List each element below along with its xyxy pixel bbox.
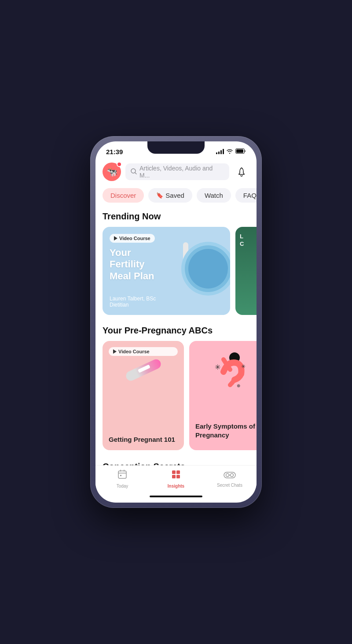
play-icon-2 xyxy=(113,349,117,354)
tabs-row: Discover 🔖 Saved Watch FAQs xyxy=(95,185,257,208)
svg-text:⊕: ⊕ xyxy=(237,383,240,388)
trending-card-side[interactable]: LC xyxy=(235,227,257,315)
person-illustration: ✳ ✳ ⊕ xyxy=(208,350,252,393)
svg-rect-9 xyxy=(172,470,176,474)
signal-icon xyxy=(216,149,224,154)
phone-screen: 21:39 xyxy=(95,141,257,503)
nav-insights-label: Insights xyxy=(168,484,184,489)
conception-heading: Conception Secrets xyxy=(95,458,257,466)
status-icons xyxy=(216,148,246,155)
trending-heading: Trending Now xyxy=(95,208,257,227)
svg-text:✳: ✳ xyxy=(215,363,220,371)
nav-insights[interactable]: Insights xyxy=(149,469,203,489)
tab-discover[interactable]: Discover xyxy=(103,188,144,203)
svg-point-14 xyxy=(226,474,229,477)
plate-illustration xyxy=(180,236,230,306)
today-icon xyxy=(117,469,128,482)
svg-text:✳: ✳ xyxy=(241,363,246,370)
logo-badge xyxy=(117,162,122,167)
trending-card-main[interactable]: Video Course YourFertilityMeal Plan Laur… xyxy=(103,227,230,315)
nav-today-label: Today xyxy=(117,484,128,489)
svg-rect-12 xyxy=(176,475,180,478)
home-indicator-wrap xyxy=(95,496,257,503)
tab-discover-label: Discover xyxy=(110,192,136,199)
status-time: 21:39 xyxy=(106,148,123,155)
trending-scroll: Video Course YourFertilityMeal Plan Laur… xyxy=(95,227,257,315)
side-card-text: LC xyxy=(240,233,244,248)
tab-watch-label: Watch xyxy=(205,192,223,199)
card-early-symptoms[interactable]: ✳ ✳ ⊕ Early Symptoms of Pregnancy xyxy=(189,341,257,450)
card-title-getting-pregnant: Getting Pregnant 101 xyxy=(109,400,178,444)
notification-bell[interactable] xyxy=(234,164,249,180)
tab-faqs-label: FAQs xyxy=(243,192,257,199)
card-title-early-symptoms: Early Symptoms of Pregnancy xyxy=(195,387,257,439)
wifi-icon xyxy=(226,148,233,155)
nav-secret-chats-label: Secret Chats xyxy=(217,483,242,488)
tab-faqs[interactable]: FAQs xyxy=(235,188,257,203)
card-getting-pregnant[interactable]: Video Course Getting Pregnant 101 xyxy=(103,341,184,450)
search-icon xyxy=(131,168,137,176)
tab-saved[interactable]: 🔖 Saved xyxy=(148,188,192,203)
tab-watch[interactable]: Watch xyxy=(197,188,231,203)
plate-circle xyxy=(188,249,228,289)
pre-pregnancy-cards: Video Course Getting Pregnant 101 xyxy=(95,341,257,450)
app-logo[interactable]: 🐄 xyxy=(103,163,121,181)
video-badge-getting-pregnant: Video Course xyxy=(109,347,178,356)
app-scroll-content: 🐄 Articles, Videos, Audio and M... xyxy=(95,158,257,465)
svg-rect-7 xyxy=(118,471,126,478)
phone-frame: 21:39 xyxy=(90,136,262,508)
nav-secret-chats[interactable]: Secret Chats xyxy=(203,470,257,488)
battery-icon xyxy=(235,148,246,155)
insights-icon xyxy=(171,469,181,482)
secret-chats-icon xyxy=(224,470,236,481)
fork-shape xyxy=(183,242,188,278)
trending-card-author: Lauren Talbert, BScDietitian xyxy=(110,296,156,308)
nav-today[interactable]: Today xyxy=(95,469,149,489)
bottom-nav: Today Insights xyxy=(95,465,257,496)
svg-point-15 xyxy=(231,474,234,477)
home-indicator xyxy=(150,496,202,497)
svg-rect-1 xyxy=(236,149,243,153)
section-cards-row: Video Course Getting Pregnant 101 xyxy=(103,341,249,450)
play-icon xyxy=(114,236,117,241)
pre-pregnancy-heading: Your Pre-Pregnancy ABCs xyxy=(95,322,257,341)
svg-rect-11 xyxy=(172,475,176,478)
notch xyxy=(147,141,205,154)
video-course-badge: Video Course xyxy=(110,234,155,243)
search-placeholder-text: Articles, Videos, Audio and M... xyxy=(139,165,224,179)
search-bar[interactable]: Articles, Videos, Audio and M... xyxy=(125,163,229,180)
svg-rect-10 xyxy=(176,470,180,474)
svg-rect-8 xyxy=(120,475,121,476)
app-header: 🐄 Articles, Videos, Audio and M... xyxy=(95,158,257,185)
trending-cards: Video Course YourFertilityMeal Plan Laur… xyxy=(103,227,249,315)
bookmark-icon: 🔖 xyxy=(156,192,163,199)
tab-saved-label: Saved xyxy=(165,192,184,199)
